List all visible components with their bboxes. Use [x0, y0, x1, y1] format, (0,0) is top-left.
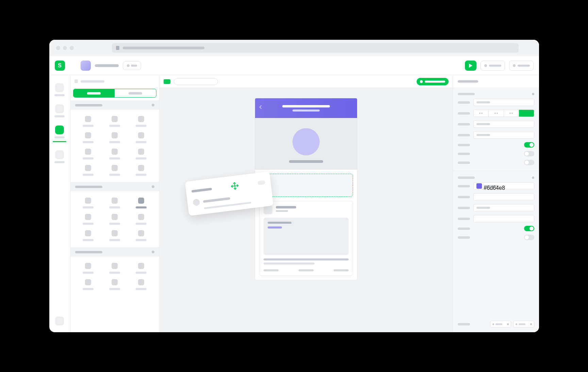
rail-item-3[interactable] — [54, 150, 65, 163]
component-item[interactable] — [75, 263, 102, 274]
prop-switch[interactable] — [524, 151, 534, 156]
component-item[interactable] — [75, 149, 102, 159]
prop-switch[interactable] — [524, 160, 534, 165]
app-logo[interactable]: S — [55, 61, 65, 71]
prop-row — [458, 120, 534, 128]
component-item[interactable] — [101, 165, 128, 176]
prop-label — [458, 218, 470, 220]
toolbar-action-2[interactable] — [509, 61, 534, 71]
component-item[interactable] — [128, 116, 154, 127]
app-toolbar: S — [49, 56, 539, 75]
component-item[interactable] — [101, 149, 128, 159]
prop-switch[interactable] — [524, 226, 534, 231]
component-item[interactable] — [75, 279, 102, 290]
component-item[interactable] — [75, 214, 102, 225]
section-expand-icon — [152, 251, 154, 253]
prop-switch[interactable] — [524, 142, 534, 148]
prop-row — [458, 204, 534, 212]
prop-input[interactable] — [473, 215, 534, 222]
rail-item-settings[interactable] — [55, 317, 64, 325]
close-icon[interactable] — [56, 46, 60, 50]
alignment-control[interactable] — [473, 109, 534, 117]
component-item[interactable] — [128, 214, 154, 225]
component-item[interactable] — [101, 263, 128, 274]
component-item[interactable] — [128, 198, 154, 208]
rail-label — [54, 161, 65, 163]
rail-item-0[interactable] — [54, 83, 65, 96]
component-item[interactable] — [75, 165, 102, 176]
window-controls[interactable] — [56, 46, 74, 50]
rail-icon — [55, 83, 64, 92]
panel-tab-1[interactable] — [115, 89, 156, 97]
component-item[interactable] — [101, 214, 128, 225]
move-icon — [229, 180, 241, 192]
canvas-search-input[interactable] — [174, 78, 218, 85]
component-item[interactable] — [101, 132, 128, 143]
component-item[interactable] — [101, 279, 128, 290]
drop-zone[interactable] — [259, 174, 353, 197]
prop-label — [458, 123, 470, 125]
color-swatch — [476, 183, 482, 189]
rail-item-2[interactable] — [54, 125, 65, 138]
prop-label — [458, 101, 470, 104]
card-subtitle — [276, 210, 288, 212]
prop-input[interactable] — [473, 120, 534, 128]
component-item[interactable] — [101, 230, 128, 241]
body-title — [268, 222, 291, 224]
action-label — [489, 65, 501, 67]
toolbar-action-1[interactable] — [481, 61, 505, 71]
url-bar[interactable] — [112, 43, 519, 53]
component-section-0[interactable] — [70, 100, 159, 110]
prop-row — [458, 226, 534, 231]
component-item[interactable] — [128, 132, 154, 143]
prop-input[interactable] — [473, 193, 534, 201]
canvas-stage[interactable] — [159, 88, 453, 332]
prop-input[interactable] — [473, 204, 534, 212]
component-section-1[interactable] — [70, 182, 159, 191]
project-icon[interactable] — [81, 61, 91, 71]
component-item[interactable] — [75, 116, 102, 127]
more-icon[interactable] — [532, 93, 534, 95]
section-label — [458, 176, 475, 179]
small-input[interactable] — [490, 321, 511, 327]
card-action[interactable] — [334, 269, 349, 271]
component-item[interactable] — [128, 165, 154, 176]
component-item[interactable] — [128, 149, 154, 159]
prop-input[interactable] — [473, 99, 534, 106]
card-action[interactable] — [264, 269, 279, 271]
section-title — [75, 186, 102, 188]
back-icon[interactable] — [259, 105, 263, 109]
canvas-status-pill[interactable] — [417, 78, 449, 85]
prop-switch[interactable] — [524, 235, 534, 240]
component-item[interactable] — [128, 279, 154, 290]
color-input[interactable]: #6d64e8 — [473, 182, 534, 190]
prop-label — [458, 112, 470, 115]
small-input[interactable] — [513, 321, 534, 327]
component-item[interactable] — [101, 116, 128, 127]
component-section-2[interactable] — [70, 247, 159, 257]
component-item[interactable] — [75, 198, 102, 208]
main-content: #6d64e8 — [49, 75, 539, 332]
component-item[interactable] — [128, 263, 154, 274]
component-item[interactable] — [128, 230, 154, 241]
action-label — [518, 65, 530, 67]
screen-title — [282, 105, 330, 107]
prop-row — [458, 151, 534, 156]
url-text — [123, 47, 204, 49]
more-icon[interactable] — [532, 176, 534, 179]
play-button[interactable] — [465, 61, 476, 71]
mode-toggle[interactable] — [123, 61, 141, 70]
content-card — [259, 201, 353, 276]
maximize-icon[interactable] — [70, 46, 74, 50]
prop-input[interactable] — [473, 131, 534, 139]
minimize-icon[interactable] — [63, 46, 67, 50]
component-item[interactable] — [101, 198, 128, 208]
panel-tab-0[interactable] — [73, 89, 115, 97]
dot-icon — [484, 64, 487, 67]
component-item[interactable] — [75, 230, 102, 241]
rail-item-1[interactable] — [54, 104, 65, 117]
card-action[interactable] — [299, 269, 314, 271]
prop-label — [458, 323, 470, 325]
rail-icon — [55, 104, 64, 113]
component-item[interactable] — [75, 132, 102, 143]
